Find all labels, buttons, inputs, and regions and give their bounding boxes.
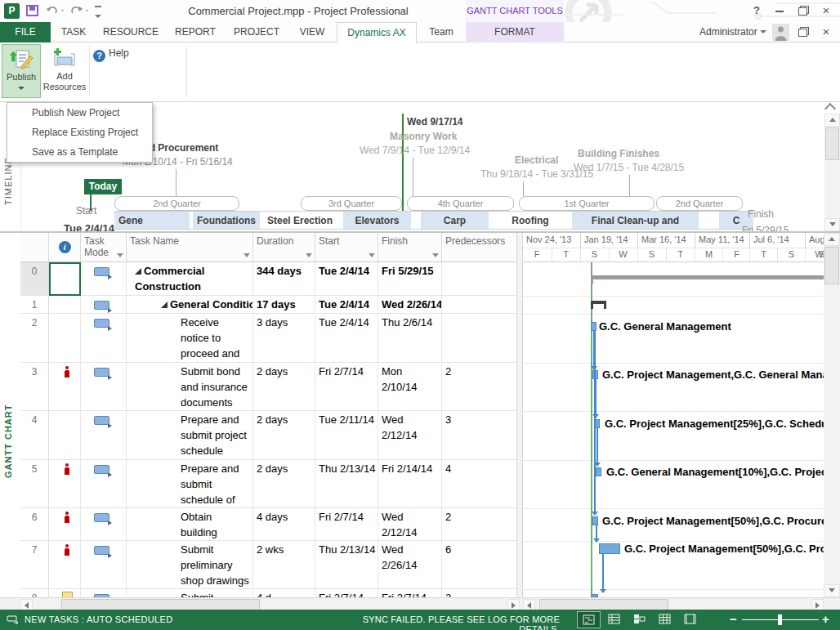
- collapse-ribbon-icon[interactable]: [824, 103, 836, 114]
- timeline-segment-general[interactable]: Gene: [114, 212, 190, 229]
- duration-cell[interactable]: 2 days: [253, 363, 315, 410]
- row-number[interactable]: 5: [20, 460, 49, 507]
- start-cell[interactable]: Fri 2/7/14: [315, 589, 378, 597]
- minimize-button[interactable]: [770, 2, 789, 20]
- app-icon[interactable]: P: [4, 3, 20, 19]
- task-name-cell[interactable]: Prepare and submit schedule of: [127, 460, 253, 507]
- info-column-header[interactable]: i: [49, 233, 81, 261]
- row-number[interactable]: 7: [20, 541, 49, 588]
- finish-cell[interactable]: Fri 2/14/14: [378, 460, 442, 507]
- scroll-right-button[interactable]: [507, 599, 520, 610]
- row-number[interactable]: 4: [20, 411, 49, 459]
- close-document-button[interactable]: ×: [816, 23, 836, 41]
- team-planner-view-button[interactable]: [628, 611, 651, 628]
- info-cell[interactable]: [49, 314, 81, 362]
- zoom-slider-thumb[interactable]: [778, 614, 782, 625]
- finish-cell[interactable]: Thu 2/6/14: [378, 314, 442, 362]
- sync-status-message[interactable]: SYNC FAILED. PLEASE SEE LOG FOR MORE DET…: [327, 614, 560, 630]
- timeline-segment-final-cleanup[interactable]: Final Clean-up and: [572, 212, 699, 229]
- task-mode-cell[interactable]: [81, 314, 127, 362]
- gantt-timescale[interactable]: Nov 24, '13 Jan 19, '14 Mar 16, '14 May …: [523, 233, 824, 262]
- task-mode-cell[interactable]: [81, 541, 127, 588]
- predecessors-header[interactable]: Predecessors: [442, 233, 516, 261]
- pane-splitter[interactable]: [0, 231, 840, 233]
- gantt-chart-area[interactable]: G.C. General Management G.C. Project Man…: [523, 262, 824, 597]
- signed-in-user[interactable]: Administrator: [699, 22, 766, 42]
- tab-dynamics-ax[interactable]: Dynamics AX: [337, 22, 417, 43]
- timeline-segment-steel-erection[interactable]: Steel Erection: [263, 212, 342, 229]
- predecessors-cell[interactable]: 2: [442, 363, 516, 410]
- tab-resource[interactable]: RESOURCE: [96, 22, 165, 42]
- filter-arrow-icon[interactable]: [244, 253, 250, 257]
- zoom-out-button[interactable]: −: [730, 612, 737, 626]
- redo-icon[interactable]: [69, 3, 91, 18]
- info-cell[interactable]: [49, 460, 81, 507]
- start-cell[interactable]: Fri 2/7/14: [315, 508, 378, 540]
- task-mode-cell[interactable]: [81, 363, 127, 410]
- finish-header[interactable]: Finish: [378, 233, 442, 261]
- scrollbar-thumb[interactable]: [824, 247, 839, 284]
- timeline-segment-roofing[interactable]: Roofing: [490, 212, 570, 229]
- scroll-down-button[interactable]: [824, 218, 840, 231]
- new-tasks-status[interactable]: NEW TASKS : AUTO SCHEDULED: [25, 614, 172, 624]
- tab-report[interactable]: REPORT: [165, 22, 226, 42]
- gantt-horizontal-scrollbar[interactable]: [523, 599, 824, 610]
- tab-task[interactable]: TASK: [51, 22, 96, 42]
- task-name-cell[interactable]: Submit preliminary shop drawings: [127, 541, 253, 588]
- finish-cell[interactable]: Fri 2/7/14: [378, 589, 442, 597]
- task-bar[interactable]: [591, 322, 596, 331]
- row-number[interactable]: 6: [20, 508, 49, 540]
- row-number[interactable]: 3: [20, 363, 49, 410]
- task-name-cell[interactable]: General Conditions: [127, 296, 253, 313]
- gantt-pane-strip[interactable]: GANTT CHART: [0, 233, 21, 597]
- task-mode-cell[interactable]: [81, 262, 127, 295]
- avatar[interactable]: [772, 24, 789, 41]
- task-usage-view-button[interactable]: [602, 611, 626, 628]
- scrollbar-thumb[interactable]: [825, 127, 839, 160]
- duration-cell[interactable]: 4 d: [253, 589, 315, 597]
- predecessors-cell[interactable]: 6: [442, 541, 516, 588]
- duration-cell[interactable]: 3 days: [253, 314, 315, 362]
- scroll-up-button[interactable]: [824, 114, 840, 127]
- task-name-cell[interactable]: Obtain building permits: [127, 508, 253, 540]
- task-mode-cell[interactable]: [81, 411, 127, 459]
- start-cell[interactable]: Tue 2/4/14: [315, 262, 378, 295]
- duration-cell[interactable]: 4 days: [253, 508, 315, 540]
- collapse-triangle-icon[interactable]: [161, 302, 168, 308]
- gantt-view-button[interactable]: [577, 611, 601, 628]
- predecessors-cell[interactable]: 3: [442, 411, 516, 459]
- info-cell[interactable]: [49, 296, 81, 313]
- publish-button[interactable]: Publish: [2, 44, 41, 98]
- info-cell[interactable]: [49, 508, 81, 540]
- publish-dropdown-arrow[interactable]: [18, 87, 25, 90]
- task-name-cell[interactable]: Commercial Construction: [127, 262, 253, 295]
- finish-cell[interactable]: Wed 2/12/14: [378, 508, 442, 540]
- menu-item-save-as-template[interactable]: Save as a Template: [7, 142, 152, 162]
- task-mode-header[interactable]: Task Mode: [81, 233, 127, 261]
- duration-cell[interactable]: 344 days: [253, 262, 315, 295]
- start-header[interactable]: Start: [315, 233, 378, 261]
- scroll-up-button[interactable]: [824, 233, 840, 246]
- finish-cell[interactable]: Wed 2/26/14: [378, 296, 442, 313]
- start-cell[interactable]: Fri 2/7/14: [315, 363, 378, 410]
- info-cell[interactable]: [49, 411, 81, 459]
- filter-arrow-icon[interactable]: [306, 253, 312, 257]
- customize-qat-icon[interactable]: [95, 6, 101, 20]
- start-cell[interactable]: Tue 2/4/14: [315, 296, 378, 313]
- save-icon[interactable]: [26, 5, 38, 16]
- duration-cell[interactable]: 2 days: [253, 460, 315, 507]
- scrollbar-thumb[interactable]: [539, 599, 668, 610]
- menu-item-publish-new-project[interactable]: Publish New Project: [7, 103, 152, 123]
- task-name-header[interactable]: Task Name: [127, 233, 253, 261]
- tab-view[interactable]: VIEW: [288, 22, 337, 42]
- scroll-down-button[interactable]: [824, 584, 840, 597]
- row-number[interactable]: 0: [20, 262, 49, 295]
- tab-project[interactable]: PROJECT: [226, 22, 288, 42]
- predecessors-cell[interactable]: [442, 262, 516, 295]
- gantt-vertical-scrollbar[interactable]: [824, 233, 840, 597]
- tab-file[interactable]: FILE: [0, 22, 51, 42]
- finish-cell[interactable]: Fri 5/29/15: [378, 262, 442, 295]
- task-mode-cell[interactable]: [81, 508, 127, 540]
- help-ribbon-button[interactable]: ?Help: [93, 47, 129, 62]
- duration-header[interactable]: Duration: [253, 233, 315, 261]
